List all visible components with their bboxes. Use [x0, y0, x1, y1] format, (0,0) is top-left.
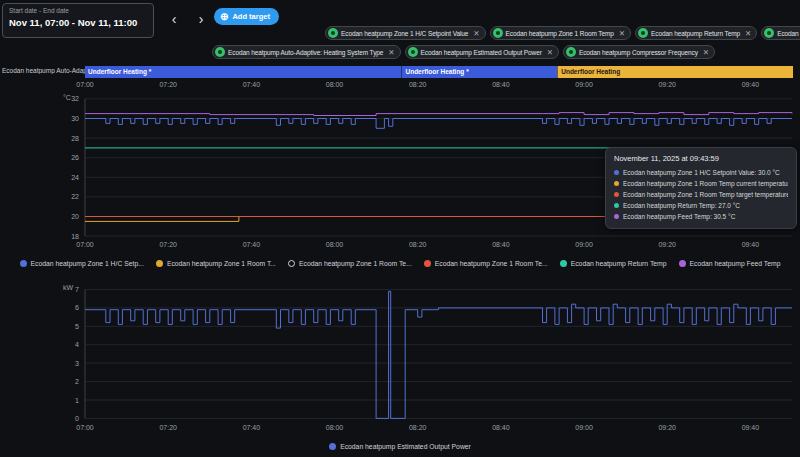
- temp-chart-time-axis: 07:0007:2007:4008:0008:2008:4009:0009:20…: [0, 240, 800, 253]
- target-chip[interactable]: Ecodan heatpump Return Temp✕: [635, 26, 757, 40]
- legend-color-dot: [679, 260, 686, 267]
- legend-color-dot: [560, 260, 567, 267]
- time-tick-label: 08:40: [492, 81, 510, 88]
- legend-1: Ecodan heatpump Zone 1 H/C Setp...Ecodan…: [0, 253, 800, 273]
- power-chart-svg[interactable]: 01234567: [0, 283, 800, 423]
- timeline-segment: Underfloor Heating *: [85, 66, 401, 78]
- svg-text:28: 28: [71, 135, 79, 142]
- legend-label: Ecodan heatpump Return Temp: [571, 260, 667, 267]
- timeline-segment: Underfloor Heating *: [401, 66, 557, 78]
- timeline-entity-label: Ecodan heatpump Auto-Adaptiv...: [2, 67, 86, 74]
- tooltip-rows: Ecodan heatpump Zone 1 H/C Setpoint Valu…: [614, 167, 788, 222]
- svg-text:2: 2: [75, 378, 79, 385]
- time-tick-label: 09:00: [575, 241, 593, 248]
- time-tick-label: 09:40: [742, 81, 760, 88]
- topbar: Start date - End date Nov 11, 07:00 - No…: [0, 0, 800, 64]
- svg-text:1: 1: [75, 397, 79, 404]
- add-target-label: Add target: [232, 12, 270, 21]
- time-tick-label: 07:20: [159, 81, 177, 88]
- time-tick-label: 08:00: [326, 241, 344, 248]
- remove-target-icon[interactable]: ✕: [547, 48, 553, 57]
- prev-range-button[interactable]: ‹: [164, 9, 184, 29]
- svg-text:32: 32: [71, 95, 79, 102]
- time-tick-label: 09:00: [575, 424, 593, 431]
- series-color-dot: [614, 214, 619, 219]
- remove-target-icon[interactable]: ✕: [388, 48, 394, 57]
- legend-label: Ecodan heatpump Estimated Output Power: [340, 443, 471, 450]
- legend-item[interactable]: Ecodan heatpump Zone 1 Room T...: [156, 260, 276, 267]
- legend-item[interactable]: Ecodan heatpump Zone 1 Room Te...: [288, 260, 412, 267]
- tooltip-row-text: Ecodan heatpump Return Temp: 27.0 °C: [623, 200, 740, 211]
- tooltip-row: Ecodan heatpump Zone 1 Room Temp current…: [614, 178, 788, 189]
- legend-color-dot: [424, 260, 431, 267]
- legend-item[interactable]: Ecodan heatpump Estimated Output Power: [329, 443, 471, 450]
- chip-row-1: Ecodan heatpump Zone 1 H/C Setpoint Valu…: [325, 26, 800, 40]
- svg-text:3: 3: [75, 360, 79, 367]
- legend-item[interactable]: Ecodan heatpump Zone 1 H/C Setp...: [20, 260, 144, 267]
- next-range-button[interactable]: ›: [191, 9, 211, 29]
- legend-color-dot: [156, 260, 163, 267]
- time-tick-label: 08:40: [492, 241, 510, 248]
- svg-text:22: 22: [71, 193, 79, 200]
- target-chip[interactable]: Ecodan heatpump Zone 1 H/C Setpoint Valu…: [325, 26, 486, 40]
- tooltip-row: Ecodan heatpump Zone 1 Room Temp target …: [614, 189, 788, 200]
- target-chip[interactable]: Ecodan heatpump Zone 1 Room Temp✕: [490, 26, 632, 40]
- entity-icon: [764, 28, 774, 38]
- target-chip-label: Ecodan heatpump Zone 1 Room Temp: [506, 30, 614, 37]
- entity-icon: [566, 47, 576, 57]
- target-chip[interactable]: Ecodan heatpump Feed Temp✕: [761, 26, 800, 40]
- section-divider: [0, 273, 800, 283]
- state-timeline: Ecodan heatpump Auto-Adaptiv... Underflo…: [0, 64, 800, 80]
- time-tick-label: 09:00: [575, 81, 593, 88]
- timeline-segment: Underfloor Heating: [557, 66, 793, 78]
- target-chip[interactable]: Ecodan heatpump Estimated Output Power✕: [405, 45, 559, 59]
- tooltip-row-text: Ecodan heatpump Zone 1 H/C Setpoint Valu…: [623, 167, 780, 178]
- power-axis-unit: kW: [63, 284, 73, 291]
- legend-item[interactable]: Ecodan heatpump Return Temp: [560, 260, 667, 267]
- power-chart-time-axis: 07:0007:2007:4008:0008:2008:4009:0009:20…: [0, 423, 800, 436]
- target-chip-label: Ecodan heatpump Auto-Adaptive: Heating S…: [228, 49, 383, 56]
- tooltip-row: Ecodan heatpump Feed Temp: 30.5 °C: [614, 211, 788, 222]
- svg-text:18: 18: [71, 233, 79, 240]
- timeline-bar: Underfloor Heating *Underfloor Heating *…: [85, 66, 793, 78]
- tooltip-row-text: Ecodan heatpump Zone 1 Room Temp current…: [623, 178, 788, 189]
- heatpump-monitoring-dashboard: Start date - End date Nov 11, 07:00 - No…: [0, 0, 800, 457]
- time-tick-label: 07:40: [243, 424, 261, 431]
- add-target-button[interactable]: ⊕ Add target: [214, 8, 279, 25]
- remove-target-icon[interactable]: ✕: [473, 29, 479, 38]
- series-color-dot: [614, 181, 619, 186]
- add-target-icon: ⊕: [220, 12, 228, 22]
- target-chip-label: Ecodan heatpump Estimated Output Power: [421, 49, 542, 56]
- target-chip[interactable]: Ecodan heatpump Compressor Frequency✕: [563, 45, 715, 59]
- entity-icon: [638, 28, 648, 38]
- hover-tooltip: November 11, 2025 at 09:43:59 Ecodan hea…: [605, 147, 797, 229]
- tooltip-title: November 11, 2025 at 09:43:59: [614, 154, 788, 163]
- date-range-picker[interactable]: Start date - End date Nov 11, 07:00 - No…: [2, 3, 154, 38]
- time-tick-label: 07:20: [159, 241, 177, 248]
- time-tick-label: 08:20: [409, 81, 427, 88]
- legend-item[interactable]: Ecodan heatpump Feed Temp: [679, 260, 781, 267]
- target-chip[interactable]: Ecodan heatpump Auto-Adaptive: Heating S…: [212, 45, 401, 59]
- time-tick-label: 09:40: [742, 424, 760, 431]
- legend-label: Ecodan heatpump Zone 1 Room Te...: [299, 260, 412, 267]
- svg-text:30: 30: [71, 115, 79, 122]
- target-chip-label: Ecodan heatpump Return Temp: [651, 30, 740, 37]
- tooltip-row-text: Ecodan heatpump Zone 1 Room Temp target …: [623, 189, 788, 200]
- remove-target-icon[interactable]: ✕: [745, 29, 751, 38]
- legend-label: Ecodan heatpump Zone 1 H/C Setp...: [31, 260, 144, 267]
- legend-item[interactable]: Ecodan heatpump Zone 1 Room Te...: [424, 260, 548, 267]
- legend-label: Ecodan heatpump Feed Temp: [690, 260, 781, 267]
- time-tick-label: 08:40: [492, 424, 510, 431]
- time-tick-label: 08:00: [326, 81, 344, 88]
- entity-icon: [408, 47, 418, 57]
- remove-target-icon[interactable]: ✕: [619, 29, 625, 38]
- target-chip-label: Ecodan heatpump Feed Temp: [777, 30, 800, 37]
- svg-text:4: 4: [75, 341, 79, 348]
- remove-target-icon[interactable]: ✕: [703, 48, 709, 57]
- legend-label: Ecodan heatpump Zone 1 Room Te...: [435, 260, 548, 267]
- time-tick-label: 07:20: [159, 424, 177, 431]
- tooltip-row: Ecodan heatpump Return Temp: 27.0 °C: [614, 200, 788, 211]
- entity-icon: [328, 28, 338, 38]
- time-tick-label: 08:20: [409, 241, 427, 248]
- svg-text:24: 24: [71, 174, 79, 181]
